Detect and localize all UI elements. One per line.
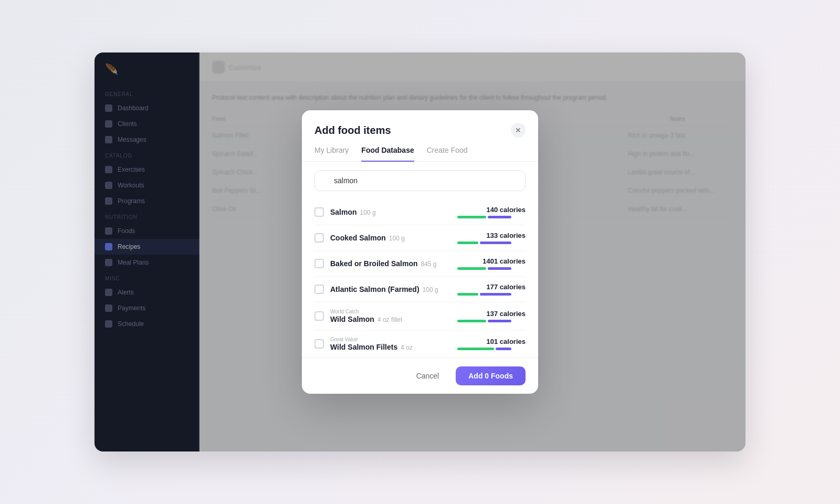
food-calories: 133 calories [457,232,526,244]
tab-food-database[interactable]: Food Database [361,146,414,162]
nutrition-bar [457,293,526,296]
food-calories: 1401 calories [457,257,526,270]
modal-overlay[interactable]: Add food items ✕ My Library Food Databas… [94,52,746,452]
food-info: World Catch Wild Salmon 4 oz fillet [330,309,451,323]
carb-bar [480,293,511,296]
carb-bar [480,242,511,244]
food-info: Great Value Wild Salmon Fillets 4 oz [330,337,451,351]
search-wrapper: 🔍 [314,170,526,191]
add-foods-button[interactable]: Add 0 Foods [456,366,526,385]
food-checkbox[interactable] [314,339,324,349]
protein-bar [457,348,494,350]
search-container: 🔍 [302,162,538,200]
protein-bar [457,293,478,296]
carb-bar [488,320,511,322]
app-container: 🪶 GENERAL Dashboard Clients Messages CAT… [94,52,746,452]
carb-bar [496,348,511,350]
modal-header: Add food items ✕ [302,110,538,138]
food-checkbox[interactable] [314,285,324,294]
search-input[interactable] [314,170,526,191]
food-sub-label: Great Value [330,337,451,342]
food-info: Cooked Salmon 100 g [330,234,451,242]
protein-bar [457,267,486,270]
food-item: Atlantic Salmon (Farmed) 100 g 177 calor… [314,277,526,302]
tab-my-library[interactable]: My Library [314,146,349,162]
food-name: Wild Salmon Fillets 4 oz [330,343,451,351]
food-checkbox[interactable] [314,311,324,321]
food-name: Baked or Broiled Salmon 845 g [330,259,451,268]
food-info: Salmon 100 g [330,208,451,216]
food-name: Cooked Salmon 100 g [330,234,451,242]
nutrition-bar [457,242,526,244]
carb-bar [488,267,511,270]
food-calories: 177 calories [457,283,526,296]
food-calories: 137 calories [457,310,526,322]
modal-tabs: My Library Food Database Create Food [302,138,538,162]
food-checkbox[interactable] [314,233,324,243]
cancel-button[interactable]: Cancel [406,366,450,385]
protein-bar [457,242,478,244]
carb-bar [488,216,511,218]
food-name: Atlantic Salmon (Farmed) 100 g [330,285,451,293]
food-item: Salmon 100 g 140 calories [314,200,526,225]
food-calories: 140 calories [457,206,526,218]
food-calories: 101 calories [457,338,526,350]
tab-create-food[interactable]: Create Food [427,146,468,162]
food-info: Atlantic Salmon (Farmed) 100 g [330,285,451,293]
add-food-modal: Add food items ✕ My Library Food Databas… [302,110,538,394]
food-name: Wild Salmon 4 oz fillet [330,315,451,323]
protein-bar [457,216,486,218]
food-item: Great Value Wild Salmon Fillets 4 oz 101… [314,330,526,358]
modal-title: Add food items [314,124,391,136]
food-item: World Catch Wild Salmon 4 oz fillet 137 … [314,302,526,330]
food-sub-label: World Catch [330,309,451,314]
nutrition-bar [457,216,526,218]
nutrition-bar [457,267,526,270]
food-item: Cooked Salmon 100 g 133 calories [314,225,526,251]
food-list: Salmon 100 g 140 calories [302,200,538,358]
food-checkbox[interactable] [314,259,324,268]
close-button[interactable]: ✕ [511,123,526,138]
nutrition-bar [457,348,526,350]
protein-bar [457,320,486,322]
food-item: Baked or Broiled Salmon 845 g 1401 calor… [314,251,526,277]
food-info: Baked or Broiled Salmon 845 g [330,259,451,268]
nutrition-bar [457,320,526,322]
modal-footer: Cancel Add 0 Foods [302,358,538,394]
food-name: Salmon 100 g [330,208,451,216]
food-checkbox[interactable] [314,207,324,217]
